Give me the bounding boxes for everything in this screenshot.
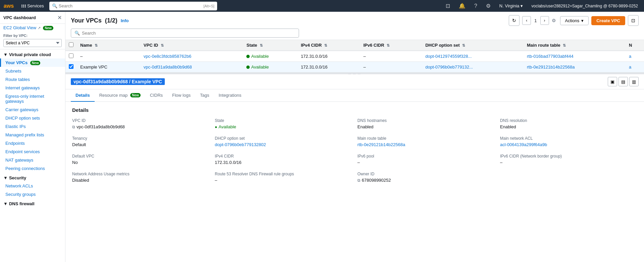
row-n[interactable]: a	[626, 51, 644, 62]
sidebar-section-virtual-private-cloud[interactable]: ▼ Virtual private cloud	[0, 49, 65, 58]
global-search-input[interactable]	[59, 3, 203, 8]
dns-resolution-label: DNS resolution	[500, 118, 637, 123]
settings-icon[interactable]: ⚙	[483, 1, 493, 10]
select-all-checkbox[interactable]	[69, 42, 73, 47]
vpc-table-wrapper: Name ⇅ VPC ID ⇅ State ⇅	[65, 40, 644, 73]
detail-title: vpc-0df31a9da8b0b9d68 / Example VPC	[71, 78, 165, 85]
help-icon[interactable]: ?	[472, 2, 480, 10]
panel-expand-button[interactable]: ⊡	[628, 15, 639, 26]
create-vpc-button[interactable]: Create VPC	[591, 16, 625, 25]
ipv6-pool-label: IPv6 pool	[357, 154, 495, 159]
row-checkbox[interactable]	[69, 53, 73, 58]
tab-details[interactable]: Details	[71, 89, 95, 102]
sidebar-item-your-vpcs[interactable]: Your VPCs New	[0, 58, 65, 67]
sidebar-item-security-groups[interactable]: Security groups	[0, 190, 65, 199]
sidebar-item-endpoint-services[interactable]: Endpoint services	[0, 147, 65, 156]
detail-view-icons: ▣ ▤ ▥	[608, 77, 639, 86]
dhcp-value[interactable]: dopt-0796b0eb779132802	[215, 142, 352, 147]
actions-button[interactable]: Actions ▾	[560, 16, 589, 25]
col-header-vpc-id[interactable]: VPC ID ⇅	[140, 40, 243, 51]
row-dhcp[interactable]: dopt-0412974559f328...	[422, 51, 524, 62]
tab-flow-logs[interactable]: Flow logs	[167, 89, 195, 102]
vpc-title-text: Your VPCs	[71, 17, 102, 24]
col-header-main-route[interactable]: Main route table ⇅	[524, 40, 626, 51]
region-arrow-icon: ▾	[521, 3, 523, 8]
sidebar-item-ec2-global-view[interactable]: EC2 Global View ↗ New	[0, 24, 65, 32]
tab-cidrs[interactable]: CIDRs	[145, 89, 167, 102]
ipv4-cidr-value: 172.31.0.0/16	[215, 160, 352, 165]
sidebar-section-security[interactable]: ▼ Security	[0, 173, 65, 182]
vpc-search-input-wrapper: 🔍	[71, 29, 299, 38]
col-header-ipv4-cidr[interactable]: IPv4 CIDR ⇅	[297, 40, 360, 51]
sidebar-close-button[interactable]: ✕	[57, 14, 62, 21]
bell-icon[interactable]: 🔔	[456, 1, 468, 10]
view-icon-3[interactable]: ▥	[629, 77, 639, 86]
page-settings-button[interactable]: ⚙	[550, 17, 557, 24]
vpc-search-input[interactable]	[82, 31, 295, 36]
row-vpc-id[interactable]: vpc-0e8c3fdcb858762b6	[140, 51, 243, 62]
account-icon[interactable]: ⊡	[443, 1, 453, 10]
col-header-ipv6-cidr[interactable]: IPv6 CIDR ⇅	[360, 40, 422, 51]
sidebar-item-network-acls[interactable]: Network ACLs	[0, 182, 65, 190]
tab-resource-map[interactable]: Resource map New	[95, 89, 145, 102]
row-checkbox-cell[interactable]	[65, 62, 77, 73]
field-main-network-acl: Main network ACL acl-0064139a299f64a9b	[500, 136, 637, 147]
view-icon-1[interactable]: ▣	[608, 77, 617, 86]
refresh-button[interactable]: ↻	[509, 15, 519, 26]
global-search-bar[interactable]: 🔍 [Alt+S]	[49, 2, 217, 10]
vpc-panel-actions: ↻ ‹ 1 › ⚙ Actions ▾ Create VPC ⊡	[509, 15, 639, 26]
col-header-n[interactable]: N	[626, 40, 644, 51]
sidebar-item-egress-only-internet-gateways[interactable]: Egress-only internet gateways	[0, 92, 65, 105]
row-checkbox[interactable]	[69, 64, 73, 69]
filter-section: Filter by VPC: Select a VPC	[0, 32, 65, 49]
row-main-route[interactable]: rtb-016bad77903abf444	[524, 51, 626, 62]
view-icon-2[interactable]: ▤	[618, 77, 628, 86]
sidebar-item-nat-gateways[interactable]: NAT gateways	[0, 156, 65, 164]
vpc-info-link[interactable]: Info	[121, 18, 129, 23]
table-row[interactable]: Example VPC vpc-0df31a9da8b0b9d68 Availa…	[65, 62, 644, 73]
sidebar-section-dns-firewall[interactable]: ▼ DNS firewall	[0, 199, 65, 208]
top-navigation: aws Services 🔍 [Alt+S] ⊡ 🔔 ? ⚙ N. Virgin…	[0, 0, 644, 12]
sidebar-item-carrier-gateways[interactable]: Carrier gateways	[0, 105, 65, 114]
vpc-id-value: vpc-0df31a9da8b0b9d68	[77, 124, 125, 129]
row-dhcp[interactable]: dopt-0796b0eb779132...	[422, 62, 524, 73]
tenancy-value: Default	[72, 142, 209, 147]
copy-vpc-id-icon: ⧉	[72, 125, 75, 129]
col-header-dhcp[interactable]: DHCP option set ⇅	[422, 40, 524, 51]
name-sort-icon: ⇅	[95, 43, 98, 47]
select-all-header[interactable]	[65, 40, 77, 51]
dns-hostnames-label: DNS hostnames	[357, 118, 495, 123]
sidebar-item-internet-gateways[interactable]: Internet gateways	[0, 84, 65, 92]
main-route-value[interactable]: rtb-0e29121b14b22568a	[357, 142, 495, 147]
row-n[interactable]: a	[626, 62, 644, 73]
row-checkbox-cell[interactable]	[65, 51, 77, 62]
sidebar-item-elastic-ips[interactable]: Elastic IPs	[0, 122, 65, 131]
details-grid: VPC ID ⧉ vpc-0df31a9da8b0b9d68 State Ava…	[72, 118, 637, 183]
tenancy-label: Tenancy	[72, 136, 209, 141]
table-row[interactable]: – vpc-0e8c3fdcb858762b6 Available 172.31…	[65, 51, 644, 62]
sidebar-item-route-tables[interactable]: Route tables	[0, 75, 65, 84]
details-content: Details VPC ID ⧉ vpc-0df31a9da8b0b9d68 S…	[65, 102, 644, 188]
field-network-address: Network Address Usage metrics Disabled	[72, 172, 209, 183]
route53-value: –	[215, 178, 352, 183]
next-page-button[interactable]: ›	[540, 16, 549, 25]
prev-page-button[interactable]: ‹	[522, 16, 531, 25]
pagination: ‹ 1 › ⚙	[522, 16, 557, 25]
filter-vpc-select[interactable]: Select a VPC	[3, 39, 62, 47]
main-network-acl-value[interactable]: acl-0064139a299f64a9b	[500, 142, 637, 147]
owner-id-value: 678098990252	[362, 178, 391, 183]
row-main-route[interactable]: rtb-0e29121b14b22568a	[524, 62, 626, 73]
sidebar-item-dhcp-option-sets[interactable]: DHCP option sets	[0, 114, 65, 122]
sidebar-item-managed-prefix-lists[interactable]: Managed prefix lists	[0, 131, 65, 139]
services-button[interactable]: Services	[19, 2, 46, 10]
region-selector[interactable]: N. Virginia ▾	[497, 2, 526, 10]
row-vpc-id[interactable]: vpc-0df31a9da8b0b9d68	[140, 62, 243, 73]
sidebar-item-subnets[interactable]: Subnets	[0, 67, 65, 75]
tab-integrations[interactable]: Integrations	[214, 89, 246, 102]
col-header-state[interactable]: State ⇅	[243, 40, 297, 51]
tab-tags[interactable]: Tags	[195, 89, 214, 102]
sidebar-item-endpoints[interactable]: Endpoints	[0, 139, 65, 147]
sidebar-item-peering-connections[interactable]: Peering connections	[0, 164, 65, 173]
field-ipv6-pool: IPv6 pool –	[357, 154, 495, 165]
col-header-name[interactable]: Name ⇅	[77, 40, 140, 51]
